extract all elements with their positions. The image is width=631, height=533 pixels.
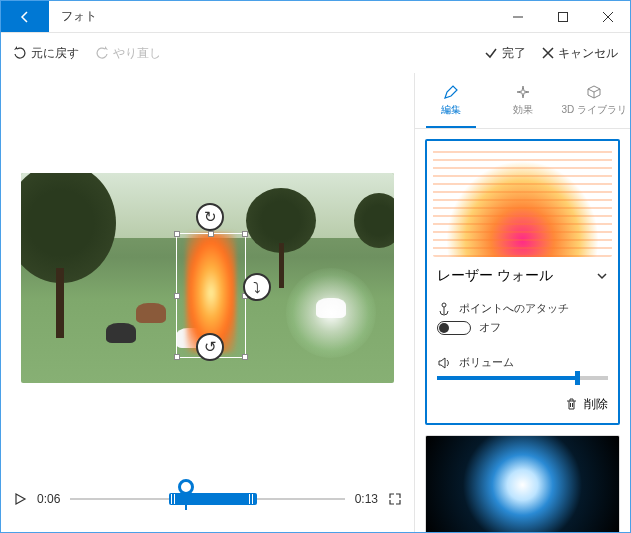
volume-label: ボリューム [459, 355, 514, 370]
back-button[interactable] [1, 1, 49, 32]
delete-label: 削除 [584, 396, 608, 413]
close-button[interactable] [585, 1, 630, 32]
resize-handle[interactable] [242, 231, 248, 237]
scene-dog [106, 323, 136, 343]
collapse-icon[interactable] [596, 270, 608, 282]
scene-trunk [56, 268, 64, 338]
undo-icon [13, 46, 27, 60]
rotate-z-button[interactable]: ↻ [196, 203, 224, 231]
rotate-x-button[interactable]: ↺ [196, 333, 224, 361]
scene-tree [354, 193, 394, 248]
redo-label: やり直し [113, 45, 161, 62]
maximize-button[interactable] [540, 1, 585, 32]
cancel-button[interactable]: キャンセル [542, 45, 618, 62]
cancel-label: キャンセル [558, 45, 618, 62]
tab-edit[interactable]: 編集 [415, 73, 487, 128]
undo-button[interactable]: 元に戻す [13, 45, 79, 62]
app-title: フォト [49, 1, 109, 32]
check-icon [484, 46, 498, 60]
preview-pane: ↻ ⤵ ↺ 0:06 0:13 [1, 73, 414, 532]
resize-handle[interactable] [174, 231, 180, 237]
tab-effects-label: 効果 [513, 103, 533, 117]
scene-dog [136, 303, 166, 323]
titlebar-spacer [109, 1, 495, 32]
tab-3d-library[interactable]: 3D ライブラリ [558, 73, 630, 128]
minimize-button[interactable] [495, 1, 540, 32]
pencil-icon [443, 84, 459, 100]
svg-rect-0 [558, 12, 567, 21]
tab-3d-label: 3D ライブラリ [561, 103, 627, 117]
resize-handle[interactable] [242, 354, 248, 360]
fullscreen-button[interactable] [388, 492, 402, 506]
cube-icon [586, 84, 602, 100]
redo-icon [95, 46, 109, 60]
effect-card-selected[interactable]: レーザー ウォール ポイントへのアタッチ オフ [425, 139, 620, 425]
total-time: 0:13 [355, 492, 378, 506]
volume-thumb[interactable] [575, 371, 580, 385]
effect-glow [286, 268, 376, 358]
effect-name: レーザー ウォール [437, 267, 553, 285]
x-icon [542, 47, 554, 59]
timeline-clip[interactable] [169, 493, 257, 505]
resize-handle[interactable] [174, 354, 180, 360]
resize-handle[interactable] [208, 231, 214, 237]
sparkle-icon [515, 84, 531, 100]
done-button[interactable]: 完了 [484, 45, 526, 62]
delete-effect-button[interactable]: 削除 [427, 390, 618, 423]
redo-button[interactable]: やり直し [95, 45, 161, 62]
effect-card[interactable] [425, 435, 620, 532]
timeline[interactable] [70, 487, 344, 511]
anchor-icon [437, 302, 451, 316]
resize-handle[interactable] [174, 293, 180, 299]
tab-effects[interactable]: 効果 [487, 73, 559, 128]
svg-point-1 [442, 303, 446, 307]
rotate-y-button[interactable]: ⤵ [243, 273, 271, 301]
attach-label: ポイントへのアタッチ [459, 301, 569, 316]
timeline-playhead[interactable] [178, 479, 194, 495]
volume-fill [437, 376, 577, 380]
scene-tree [21, 173, 116, 283]
scene-trunk [279, 243, 284, 288]
effect-thumbnail [433, 147, 612, 257]
trash-icon [565, 398, 578, 411]
side-panel: 編集 効果 3D ライブラリ レーザー ウォール [414, 73, 630, 532]
done-label: 完了 [502, 45, 526, 62]
play-button[interactable] [13, 492, 27, 506]
preview-area[interactable]: ↻ ⤵ ↺ [13, 73, 402, 474]
volume-icon [437, 356, 451, 370]
current-time: 0:06 [37, 492, 60, 506]
tab-edit-label: 編集 [441, 103, 461, 117]
video-frame[interactable]: ↻ ⤵ ↺ [21, 173, 394, 383]
volume-slider[interactable] [437, 376, 608, 380]
attach-toggle[interactable] [437, 321, 471, 335]
undo-label: 元に戻す [31, 45, 79, 62]
toggle-state: オフ [479, 320, 501, 335]
